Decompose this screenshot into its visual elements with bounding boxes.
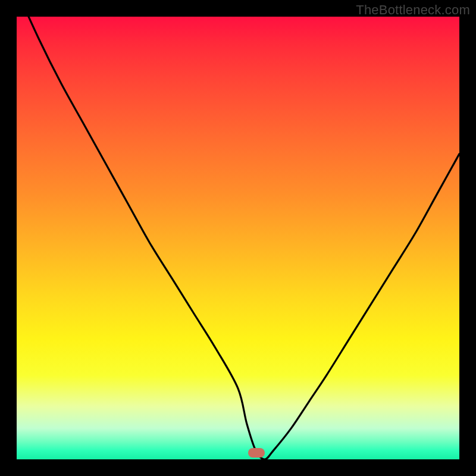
watermark-text: TheBottleneck.com (356, 2, 470, 18)
plot-area (17, 17, 459, 459)
chart-frame: TheBottleneck.com (0, 0, 476, 476)
bottleneck-curve (17, 17, 459, 459)
curve-layer (17, 17, 459, 459)
optimum-marker (248, 448, 265, 458)
